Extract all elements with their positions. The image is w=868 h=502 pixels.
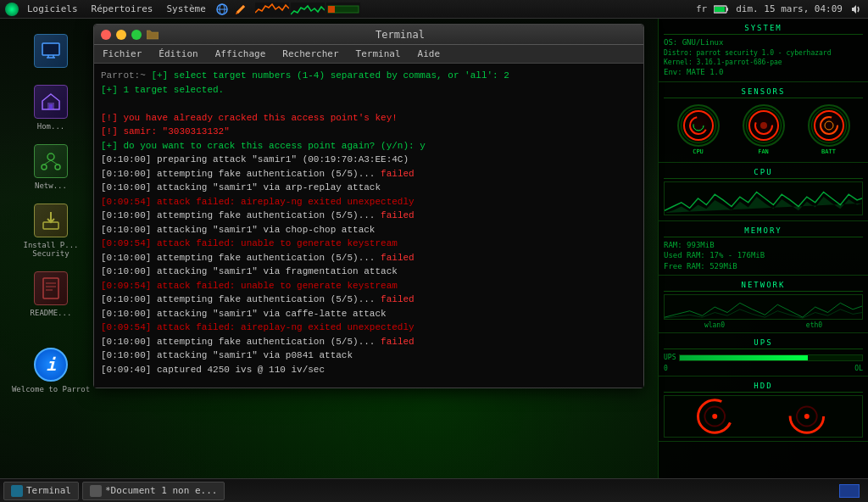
- sysmon-system-section: SYSTEM OS: GNU/Linux Distro: parrot secu…: [659, 19, 868, 82]
- batt-gauge-container: BATT: [808, 104, 850, 155]
- monitor-icon: [34, 34, 68, 68]
- sysmon-memory-title: MEMORY: [664, 225, 863, 237]
- terminal-taskbar-icon: [11, 485, 23, 497]
- info-icon: i: [34, 348, 68, 382]
- blue-indicator: [839, 484, 860, 498]
- welcome-label: Welcome to Parrot: [12, 385, 90, 393]
- svg-rect-9: [726, 8, 728, 11]
- pencil-icon[interactable]: [233, 2, 248, 17]
- fan-gauge-container: FAN: [743, 104, 785, 155]
- sysmon-used-ram: Used RAM: 17% - 176MiB: [664, 250, 863, 261]
- ups-bar-fill: [680, 355, 807, 360]
- terminal-title: Terminal: [164, 29, 637, 41]
- network-graph-icon: [255, 3, 289, 16]
- terminal-body[interactable]: Parrot:~ [+] select target numbers (1-4)…: [94, 64, 643, 388]
- svg-point-28: [690, 117, 707, 134]
- sidebar: Hom... Netw... Install P.: [0, 19, 102, 478]
- sysmon-sensors-title: SENSORS: [664, 86, 863, 98]
- fan-gauge: [743, 104, 785, 147]
- taskbar-bottom: Terminal *Document 1 non e...: [0, 478, 868, 502]
- sysmon-free-ram: Free RAM: 529MiB: [664, 261, 863, 272]
- svg-point-31: [760, 122, 767, 129]
- systeme-menu[interactable]: Système: [161, 2, 210, 16]
- globe-icon[interactable]: [214, 2, 230, 17]
- sysmon-kernel: Kernel: 3.16.1-parrot-686-pae: [664, 58, 863, 67]
- repertoires-menu[interactable]: Répertoires: [86, 2, 159, 16]
- taskbar-terminal-btn[interactable]: Terminal: [3, 482, 79, 500]
- ups-label: UPS: [664, 354, 676, 361]
- sysmon-env: Env: MATE 1.0: [664, 67, 863, 78]
- sidebar-item-install[interactable]: Install P...Security: [0, 197, 102, 265]
- minimize-button[interactable]: [116, 30, 126, 40]
- ups-bar: [679, 354, 863, 361]
- readme-label: README...: [31, 309, 72, 317]
- network-graph: [664, 294, 863, 320]
- ups-low-label: 0: [664, 365, 668, 372]
- sidebar-item-welcome[interactable]: i Welcome to Parrot: [0, 341, 102, 400]
- taskbar-right-area: [839, 484, 865, 498]
- ups-bar-container: UPS: [664, 352, 863, 363]
- sysmon-ups-section: UPS UPS 0 OL: [659, 333, 868, 376]
- volume-icon[interactable]: [849, 3, 861, 15]
- terminal-menubar: Fichier Édition Affichage Rechercher Ter…: [94, 45, 643, 64]
- sysmon-sensors-section: SENSORS CPU: [659, 82, 868, 163]
- cpu-graph: [664, 181, 863, 215]
- battery-icon: [714, 4, 729, 14]
- sysmon-system-title: SYSTEM: [664, 22, 863, 35]
- sysmon-gauges: CPU FAN: [664, 101, 863, 159]
- sysmon-network-section: NETWORK wlan0 eth0: [659, 276, 868, 333]
- hdd-graph: [664, 395, 863, 438]
- fichier-menu[interactable]: Fichier: [99, 47, 145, 61]
- sysmon-cpu-title: CPU: [664, 166, 863, 179]
- folder-icon: [147, 30, 159, 40]
- taskbar-top: Logiciels Répertoires Système: [0, 0, 868, 19]
- mem-graph-icon: [326, 3, 360, 16]
- sidebar-item-monitor[interactable]: [0, 27, 102, 78]
- home-icon: [34, 85, 68, 119]
- svg-point-30: [755, 117, 772, 134]
- install-label: Install P...Security: [23, 241, 78, 258]
- install-icon: [34, 204, 68, 237]
- aide-menu[interactable]: Aide: [415, 47, 444, 61]
- sysmon-os: OS: GNU/Linux: [664, 37, 863, 48]
- ups-high-label: OL: [854, 365, 863, 372]
- svg-rect-7: [328, 6, 335, 13]
- desktop: Logiciels Répertoires Système: [0, 0, 868, 502]
- svg-point-19: [42, 165, 47, 170]
- cpu-gauge-inner: [683, 110, 714, 141]
- sidebar-item-home[interactable]: Hom...: [0, 78, 102, 137]
- readme-icon: [34, 271, 68, 305]
- close-button[interactable]: [101, 30, 111, 40]
- sysmon-cpu-section: CPU: [659, 163, 868, 221]
- document-taskbar-label: *Document 1 non e...: [105, 485, 217, 496]
- terminal-titlebar: Terminal: [94, 25, 643, 45]
- document-taskbar-icon: [90, 485, 102, 497]
- logiciels-menu[interactable]: Logiciels: [22, 2, 83, 16]
- datetime-display: dim. 15 mars, 04:09: [736, 3, 843, 14]
- svg-point-32: [821, 117, 837, 134]
- sysmon-network-title: NETWORK: [664, 279, 863, 292]
- edition-menu[interactable]: Édition: [155, 47, 201, 61]
- svg-point-36: [712, 414, 717, 419]
- fan-gauge-inner: [748, 110, 779, 141]
- wlan-label: wlan0: [704, 321, 725, 329]
- batt-gauge-inner: [814, 110, 844, 141]
- network-label: Netw...: [35, 181, 67, 190]
- parrot-logo-icon[interactable]: [5, 3, 19, 16]
- lang-indicator: fr: [696, 3, 707, 14]
- svg-point-33: [825, 121, 833, 130]
- svg-rect-24: [43, 278, 58, 298]
- sidebar-item-readme[interactable]: README...: [0, 265, 102, 324]
- terminal-menu[interactable]: Terminal: [353, 47, 404, 61]
- rechercher-menu[interactable]: Rechercher: [279, 47, 342, 61]
- svg-point-18: [47, 153, 54, 160]
- svg-rect-12: [43, 44, 58, 54]
- maximize-button[interactable]: [131, 30, 142, 40]
- svg-point-20: [55, 165, 60, 170]
- sidebar-item-network[interactable]: Netw...: [0, 137, 102, 197]
- taskbar-document-btn[interactable]: *Document 1 non e...: [82, 482, 225, 500]
- eth-label: eth0: [806, 321, 822, 329]
- cpu-gauge-container: CPU: [677, 104, 720, 155]
- affichage-menu[interactable]: Affichage: [212, 47, 270, 61]
- sysmon-hdd-section: HDD: [659, 376, 868, 442]
